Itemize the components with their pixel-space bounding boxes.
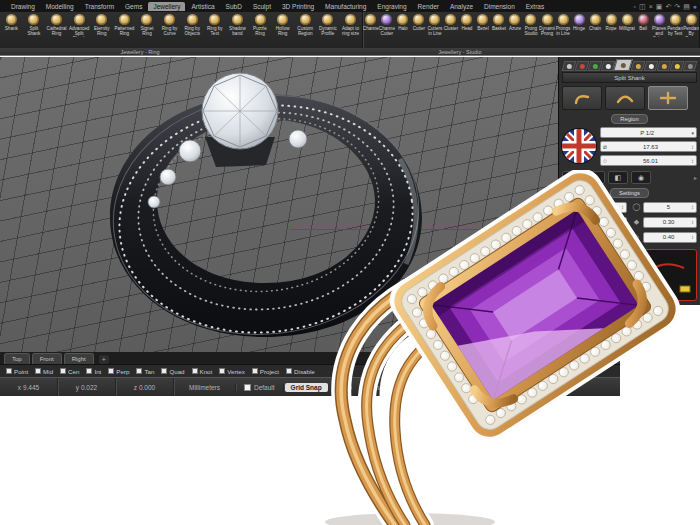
new-icon[interactable]: ▫ (634, 3, 636, 10)
active-layer-chip[interactable]: Default (236, 384, 284, 391)
menu-tab-3d-printing[interactable]: 3D Printing (277, 2, 319, 11)
patterned-ring-button[interactable]: Patterned Ring (113, 12, 136, 48)
adapt-to-ring-size-button[interactable]: Adapt to ring size (339, 12, 362, 48)
hinge-button[interactable]: Hinge (571, 12, 587, 48)
viewport-tab-front[interactable]: Front (32, 353, 62, 364)
menu-tab-modelling[interactable]: Modelling (41, 2, 79, 11)
hollow-ring-button[interactable]: Hollow Ring (271, 12, 294, 48)
help-icon[interactable]: ● (693, 3, 697, 10)
profile-tab-1[interactable] (562, 86, 602, 110)
channel-cutter-button[interactable]: Channel Cutter (379, 12, 395, 48)
panel-tab-10[interactable] (683, 61, 698, 71)
osnap-vertex-checkbox[interactable] (219, 368, 225, 374)
menu-tab-artistica[interactable]: Artistica (186, 2, 219, 11)
menu-tab-subd[interactable]: SubD (221, 2, 247, 11)
menu-tab-transform[interactable]: Transform (80, 2, 119, 11)
menu-tab-gems[interactable]: Gems (120, 2, 147, 11)
viewport-tab-top[interactable]: Top (4, 353, 30, 364)
osnap-project-checkbox[interactable] (252, 368, 258, 374)
signet-ring-button[interactable]: Signet Ring (136, 12, 159, 48)
ring-by-text-button[interactable]: Ring by Text (203, 12, 226, 48)
osnap-perp-checkbox[interactable] (108, 368, 114, 374)
osnap-mid[interactable]: Mid (35, 368, 53, 375)
planes-and-cubes-button[interactable]: Planes and Cubes (651, 12, 667, 48)
osnap-knot[interactable]: Knot (192, 368, 213, 375)
bail-button[interactable]: Bail (635, 12, 651, 48)
menu-tab-render[interactable]: Render (413, 2, 444, 11)
halo-button[interactable]: Halo (395, 12, 411, 48)
basket-button[interactable]: Basket (491, 12, 507, 48)
eternity-ring-button[interactable]: Eternity Ring (90, 12, 113, 48)
menu-tab-manufacturing[interactable]: Manufacturing (320, 2, 371, 11)
osnap-quad-checkbox[interactable] (161, 368, 167, 374)
circumference-field[interactable]: ○ 56.01 ↕ (600, 155, 697, 166)
osnap-int[interactable]: Int (86, 368, 101, 375)
paste-icon[interactable]: ▣ (656, 3, 663, 10)
dynamic-profile-button[interactable]: Dynamic Profile (317, 12, 340, 48)
milligrain-button[interactable]: Milligrain (619, 12, 635, 48)
prong-studio-button[interactable]: Prong Studio (523, 12, 539, 48)
chain-button[interactable]: Chain (587, 12, 603, 48)
cutters-in-line-button[interactable]: Cutters in Line (427, 12, 443, 48)
osnap-point[interactable]: Point (6, 368, 28, 375)
head-button[interactable]: Head (459, 12, 475, 48)
pendant-by-curve-button[interactable]: Pendant By Curve (683, 12, 699, 48)
osnap-perp[interactable]: Perp (108, 368, 129, 375)
layer-name: Default (254, 384, 275, 391)
bezel-button[interactable]: Bezel (475, 12, 491, 48)
osnap-tan[interactable]: Tan (136, 368, 154, 375)
osnap-tan-checkbox[interactable] (136, 368, 142, 374)
osnap-knot-checkbox[interactable] (192, 368, 198, 374)
menu-tab-engraving[interactable]: Engraving (372, 2, 411, 11)
copy-icon[interactable]: ◫ (639, 3, 646, 10)
delete-icon[interactable]: × (649, 3, 653, 10)
ring-by-curve-button[interactable]: Ring by Curve (158, 12, 181, 48)
spinner-icon[interactable]: ↕ (691, 158, 694, 164)
cathedral-ring-button[interactable]: Cathedral Ring (45, 12, 68, 48)
pendant-by-text-button[interactable]: Pendant by Text (667, 12, 683, 48)
ring-size-select[interactable]: P 1/2 ▾ (600, 127, 697, 138)
osnap-mid-checkbox[interactable] (35, 368, 41, 374)
spinner-icon[interactable]: ↕ (691, 144, 694, 150)
osnap-project[interactable]: Project (252, 368, 279, 375)
diameter-field[interactable]: ⌀ 17.63 ↕ (600, 141, 697, 152)
shank-button[interactable]: Shank (0, 12, 23, 48)
ring-by-objects-button[interactable]: Ring by Objects (181, 12, 204, 48)
viewport-tab-right[interactable]: Right (64, 353, 94, 364)
add-viewport-tab-button[interactable]: + (99, 355, 109, 364)
cluster-button[interactable]: Cluster (443, 12, 459, 48)
menu-tab-dimension[interactable]: Dimension (479, 2, 520, 11)
osnap-quad[interactable]: Quad (161, 368, 184, 375)
menu-tab-drawing[interactable]: Drawing (6, 2, 40, 11)
uk-flag-icon[interactable] (562, 129, 596, 163)
dynamic-prong-button[interactable]: Dynamic Prong (539, 12, 555, 48)
shadow-band-button[interactable]: Shadow band (226, 12, 249, 48)
advanced-split-shank-button[interactable]: Advanced Split Shank (68, 12, 91, 48)
menu-tab-sculpt[interactable]: Sculpt (248, 2, 276, 11)
save-icon[interactable]: ▤ (683, 3, 690, 10)
cutter-button[interactable]: Cutter (411, 12, 427, 48)
osnap-vertex[interactable]: Vertex (219, 368, 245, 375)
osnap-int-checkbox[interactable] (86, 368, 92, 374)
units-label[interactable]: Millimeters (174, 384, 236, 391)
menu-tab-jewellery[interactable]: Jewellery (148, 2, 185, 11)
prongs-in-line-button[interactable]: Prongs in Line (555, 12, 571, 48)
menu-tab-extras[interactable]: Extras (521, 2, 549, 11)
custom-region-button[interactable]: Custom Region (294, 12, 317, 48)
undo-icon[interactable]: ↶ (665, 3, 671, 10)
profile-tab-2[interactable] (605, 86, 645, 110)
osnap-cen[interactable]: Cen (60, 368, 79, 375)
osnap-cen-checkbox[interactable] (60, 368, 66, 374)
rope-button[interactable]: Rope (603, 12, 619, 48)
menu-tab-analyze[interactable]: Analyze (445, 2, 478, 11)
panel-tab-active[interactable] (613, 59, 632, 71)
ribbon-button-label: Cutters in Line (427, 26, 443, 37)
profile-tab-3[interactable] (648, 86, 688, 110)
puzzle-ring-button[interactable]: Puzzle Ring (249, 12, 272, 48)
redo-icon[interactable]: ↷ (674, 3, 680, 10)
azure-button[interactable]: Azure (507, 12, 523, 48)
osnap-disable-checkbox[interactable] (286, 368, 292, 374)
split-shank-button[interactable]: Split Shank (23, 12, 46, 48)
osnap-point-checkbox[interactable] (6, 368, 12, 374)
channel-button[interactable]: Channel (363, 12, 379, 48)
